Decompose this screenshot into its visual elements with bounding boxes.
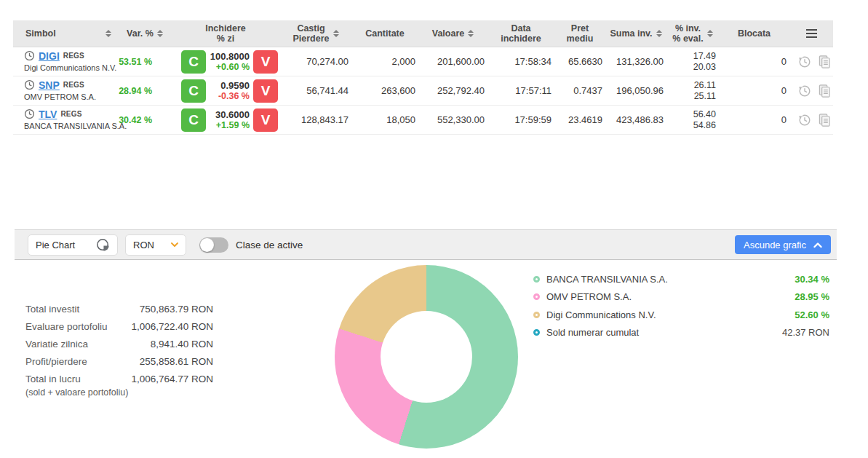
summary-value: 1,006,722.40 RON [131,318,213,336]
header-suma-inv[interactable]: Suma inv. [605,20,666,47]
avg-price-cell: 0.7437 [554,85,605,96]
day-change: -0.36 % [218,91,250,102]
portfolio-summary: Total investit 750,863.79 RON Evaluare p… [25,301,213,398]
chart-area: Total investit 750,863.79 RON Evaluare p… [0,260,868,458]
summary-row: Total in lucru 1,006,764.77 RON [25,371,213,388]
chevron-up-icon [813,242,822,248]
pct-inv: 26.11 [694,80,716,91]
notes-icon[interactable] [818,84,832,98]
sort-icon [468,30,474,37]
portfolio-page: Simbol Var. % Inchidere % zi Castig [0,0,868,458]
pct-eval: 25.11 [694,91,716,102]
price-block: 30.6000 +1.59 % [207,109,252,131]
table-row: DIGI REGS Digi Communications N.V. 53.51… [13,47,833,76]
row-actions [789,84,833,98]
legend-item[interactable]: BANCA TRANSILVANIA S.A. 30.34 % [533,270,829,288]
quantity-cell: 263,600 [351,85,418,96]
history-icon[interactable] [797,113,812,127]
sell-button[interactable]: V [253,108,278,132]
buy-button[interactable]: C [181,108,206,132]
currency-select[interactable]: RON [125,234,186,256]
sort-icon [157,30,163,37]
clock-icon[interactable] [24,79,35,90]
chart-type-select[interactable]: Pie Chart [28,234,118,256]
summary-label: Variatie zilnica [25,336,88,353]
legend-item[interactable]: Digi Communications N.V. 52.60 % [533,306,829,324]
pct-inv-eval-cell: 26.11 25.11 [666,80,719,102]
notes-icon[interactable] [818,113,832,127]
header-label: inchidere [501,33,541,44]
header-var-pct[interactable]: Var. % [119,20,171,47]
hide-chart-button[interactable]: Ascunde grafic [735,235,831,254]
header-menu[interactable] [789,20,833,47]
asset-classes-toggle[interactable] [199,237,228,253]
pie-chart-donut[interactable] [335,265,518,449]
legend-name: BANCA TRANSILVANIA S.A. [546,274,788,285]
header-data-inchidere: Data inchidere [487,20,554,47]
spacer [0,135,868,229]
legend-value: 52.60 % [795,309,829,320]
trade-cell: C 100.8000 +0.60 % V [171,50,280,74]
summary-row: Evaluare portofoliu 1,006,722.40 RON [25,318,213,336]
avg-price-cell: 23.4619 [554,114,605,125]
pct-inv-eval-cell: 56.40 54.86 [666,109,719,131]
sell-button[interactable]: V [253,50,278,74]
header-label: Valoare [432,28,464,39]
legend-item[interactable]: OMV PETROM S.A. 28.95 % [533,288,829,307]
history-icon[interactable] [797,55,812,69]
invested-cell: 423,486.83 [605,114,666,125]
day-change: +0.60 % [216,62,250,73]
avg-price-cell: 65.6630 [554,56,605,67]
symbol-link[interactable]: DIGI [39,51,60,61]
var-pct-cell: 28.94 % [119,86,171,96]
clock-icon[interactable] [24,108,35,119]
profit-loss-cell: 128,843.17 [280,114,351,125]
history-icon[interactable] [797,84,812,98]
header-castig-pierdere[interactable]: Castig Pierdere [280,20,351,47]
row-actions [789,55,833,69]
legend-ring-icon [533,293,540,300]
legend-value: 30.34 % [795,274,829,285]
table-header-row: Simbol Var. % Inchidere % zi Castig [13,20,833,47]
symbol-cell: TLV REGS BANCA TRANSILVANIA S.A. [13,108,119,131]
header-label: Inchidere [205,23,246,33]
legend-item[interactable]: Sold numerar cumulat 42.37 RON [533,324,829,342]
pct-inv: 56.40 [693,109,716,120]
header-blocata: Blocata [719,20,789,47]
notes-icon[interactable] [818,55,832,69]
legend-value: 28.95 % [795,291,829,302]
clock-icon[interactable] [24,50,35,61]
menu-icon[interactable] [806,29,817,38]
blocked-cell: 0 [719,85,789,96]
table-row: SNP REGS OMV PETROM S.A. 28.94 % C 0.959… [13,76,833,106]
header-inchidere-zi: Inchidere % zi [171,20,280,47]
summary-label: Total investit [25,301,79,318]
header-valoare[interactable]: Valoare [418,20,487,47]
currency-value: RON [133,240,154,250]
sort-icon [656,30,662,37]
legend-value: 42.37 RON [782,327,829,338]
sell-button[interactable]: V [253,79,278,103]
price-block: 100.8000 +0.60 % [207,51,252,73]
company-name: Digi Communications N.V. [24,63,119,73]
symbol-link[interactable]: TLV [39,109,57,119]
header-label: % zi [217,33,234,44]
header-pct-inv-eval[interactable]: % inv. % eval. [666,20,719,47]
sort-icon [105,30,111,37]
legend-name: OMV PETROM S.A. [546,291,788,302]
summary-value: 8,941.40 RON [151,336,213,353]
symbol-link[interactable]: SNP [39,80,60,90]
buy-button[interactable]: C [181,79,206,103]
summary-sublabel: (sold + valoare portofoliu) [25,387,213,398]
buy-button[interactable]: C [181,50,206,74]
header-label: % eval. [672,33,703,44]
symbol-cell: SNP REGS OMV PETROM S.A. [13,79,119,102]
market-label: REGS [63,80,84,90]
asset-classes-label: Clase de active [236,240,303,250]
header-simbol[interactable]: Simbol [13,20,119,47]
invested-cell: 196,050.96 [605,85,666,96]
close-time-cell: 17:57:11 [487,85,554,96]
pct-eval: 54.86 [693,120,716,131]
header-cantitate: Cantitate [351,20,418,47]
day-change: +1.59 % [216,120,250,131]
